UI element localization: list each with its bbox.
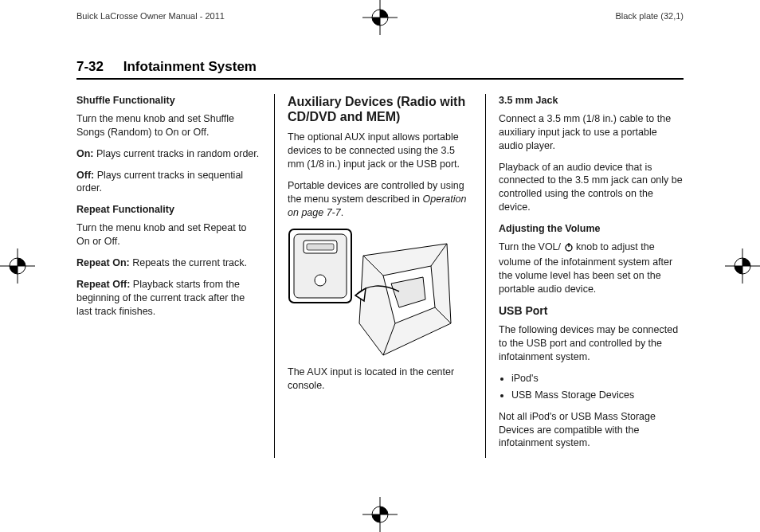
page: Buick LaCrosse Owner Manual - 2011 Black… xyxy=(0,0,760,532)
svg-point-16 xyxy=(315,275,326,286)
topline: Buick LaCrosse Owner Manual - 2011 Black… xyxy=(76,11,684,21)
shuffle-intro: Turn the menu knob and set Shuffle Songs… xyxy=(76,112,261,139)
power-icon xyxy=(564,242,574,256)
volume-p-a: Turn the VOL/ xyxy=(499,241,564,252)
svg-marker-24 xyxy=(355,288,366,301)
usb-note: Not all iPod's or USB Mass Storage Devic… xyxy=(499,410,684,451)
aux-p1: The optional AUX input allows portable d… xyxy=(288,131,472,171)
page-header: 7-32 Infotainment System xyxy=(76,59,684,80)
column-2: Auxiliary Devices (Radio with CD/DVD and… xyxy=(274,94,485,458)
manual-title: Buick LaCrosse Owner Manual - 2011 xyxy=(76,11,225,21)
aux-heading: Auxiliary Devices (Radio with CD/DVD and… xyxy=(288,94,472,124)
shuffle-heading: Shuffle Functionality xyxy=(76,94,261,108)
repeat-heading: Repeat Functionality xyxy=(76,203,261,217)
volume-heading: Adjusting the Volume xyxy=(499,222,684,236)
usb-list: iPod's USB Mass Storage Devices xyxy=(499,372,684,402)
repeat-intro: Turn the menu knob and set Repeat to On … xyxy=(76,221,261,248)
aux-illustration-icon xyxy=(288,228,472,359)
column-1: Shuffle Functionality Turn the menu knob… xyxy=(76,94,274,458)
shuffle-off: Off: Plays current tracks in sequential … xyxy=(76,169,261,196)
usb-intro: The following devices may be connected t… xyxy=(499,323,684,364)
shuffle-off-text: Plays current tracks in sequential order… xyxy=(76,170,243,194)
repeat-on-text: Repeats the current track. xyxy=(132,257,247,268)
jack-heading: 3.5 mm Jack xyxy=(499,94,684,108)
aux-caption: The AUX input is located in the center c… xyxy=(288,366,472,393)
repeat-off-label: Repeat Off: xyxy=(76,279,130,290)
aux-p2: Portable devices are controlled by using… xyxy=(288,179,472,220)
shuffle-on-label: On: xyxy=(76,148,94,159)
jack-p2: Playback of an audio device that is conn… xyxy=(499,161,684,215)
registration-mark-left-icon xyxy=(0,248,35,284)
content-area: 7-32 Infotainment System Shuffle Functio… xyxy=(76,59,684,494)
list-item: iPod's xyxy=(511,372,684,385)
aux-p2b: . xyxy=(341,207,343,218)
volume-p: Turn the VOL/ knob to adjust the volume … xyxy=(499,241,684,296)
list-item: USB Mass Storage Devices xyxy=(511,389,684,402)
shuffle-on: On: Plays current tracks in random order… xyxy=(76,147,261,161)
shuffle-on-text: Plays current tracks in random order. xyxy=(96,148,259,159)
registration-mark-bottom-icon xyxy=(362,497,398,532)
repeat-on: Repeat On: Repeats the current track. xyxy=(76,256,261,270)
repeat-on-label: Repeat On: xyxy=(76,257,130,268)
column-3: 3.5 mm Jack Connect a 3.5 mm (1/8 in.) c… xyxy=(485,94,684,458)
shuffle-off-label: Off: xyxy=(76,170,94,181)
registration-mark-right-icon xyxy=(725,248,760,284)
jack-p1: Connect a 3.5 mm (1/8 in.) cable to the … xyxy=(499,112,684,153)
columns: Shuffle Functionality Turn the menu knob… xyxy=(76,94,684,458)
chapter-title: Infotainment System xyxy=(123,59,257,74)
svg-rect-15 xyxy=(307,244,334,250)
usb-heading: USB Port xyxy=(499,303,684,319)
repeat-off: Repeat Off: Playback starts from the beg… xyxy=(76,278,261,319)
plate-label: Black plate (32,1) xyxy=(615,11,684,21)
page-number: 7-32 xyxy=(76,59,104,74)
